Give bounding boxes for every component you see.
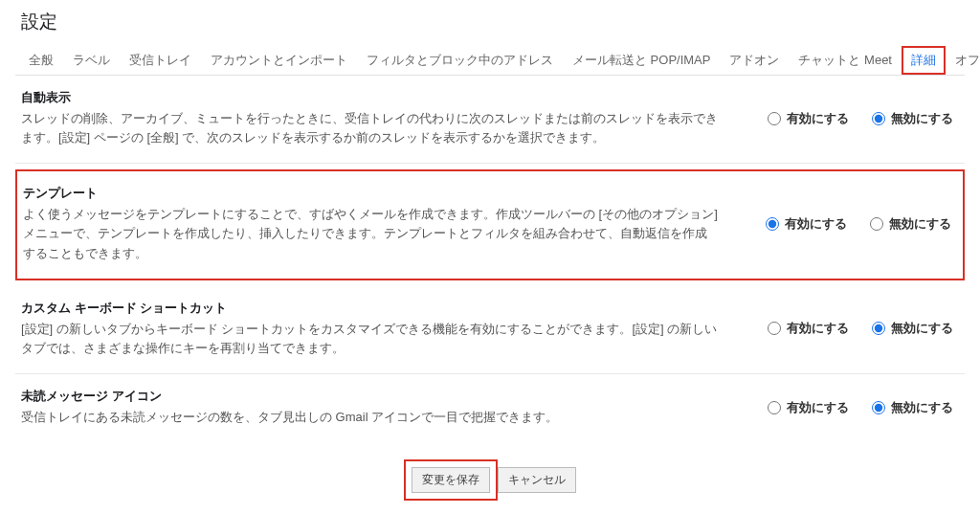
unread-icon-title: 未読メッセージ アイコン xyxy=(21,388,720,405)
settings-tabs: 全般 ラベル 受信トレイ アカウントとインポート フィルタとブロック中のアドレス… xyxy=(15,46,965,76)
save-button[interactable]: 変更を保存 xyxy=(412,467,490,493)
tab-labels[interactable]: ラベル xyxy=(63,46,120,75)
custom-shortcuts-title: カスタム キーボード ショートカット xyxy=(21,300,720,317)
custom-shortcuts-desc: [設定] の新しいタブからキーボード ショートカットをカスタマイズできる機能を有… xyxy=(21,320,720,358)
cancel-button[interactable]: キャンセル xyxy=(498,467,576,493)
custom-shortcuts-disable[interactable]: 無効にする xyxy=(872,320,953,337)
templates-enable-radio[interactable] xyxy=(766,217,779,231)
tab-general[interactable]: 全般 xyxy=(19,46,63,75)
section-custom-shortcuts: カスタム キーボード ショートカット [設定] の新しいタブからキーボード ショ… xyxy=(15,286,965,374)
unread-icon-disable[interactable]: 無効にする xyxy=(872,399,953,416)
enable-label: 有効にする xyxy=(787,320,849,337)
disable-label: 無効にする xyxy=(891,399,953,416)
button-row: 変更を保存 キャンセル xyxy=(15,442,965,514)
templates-title: テンプレート xyxy=(23,185,718,202)
disable-label: 無効にする xyxy=(889,215,951,233)
templates-enable[interactable]: 有効にする xyxy=(766,215,847,233)
auto-advance-disable-radio[interactable] xyxy=(872,112,885,125)
tab-filters[interactable]: フィルタとブロック中のアドレス xyxy=(357,46,563,75)
custom-shortcuts-enable-radio[interactable] xyxy=(768,322,781,335)
tab-advanced[interactable]: 詳細 xyxy=(902,46,946,75)
auto-advance-title: 自動表示 xyxy=(21,89,720,106)
custom-shortcuts-enable[interactable]: 有効にする xyxy=(768,320,849,337)
tab-inbox[interactable]: 受信トレイ xyxy=(120,46,201,75)
auto-advance-enable-radio[interactable] xyxy=(768,112,781,125)
enable-label: 有効にする xyxy=(787,399,849,416)
enable-label: 有効にする xyxy=(787,110,849,127)
tab-chat[interactable]: チャットと Meet xyxy=(789,46,902,75)
save-highlight: 変更を保存 xyxy=(404,459,498,501)
section-auto-advance: 自動表示 スレッドの削除、アーカイブ、ミュートを行ったときに、受信トレイの代わり… xyxy=(15,76,965,164)
enable-label: 有効にする xyxy=(785,215,847,233)
tab-offline[interactable]: オフライン xyxy=(946,46,980,75)
unread-icon-enable[interactable]: 有効にする xyxy=(768,399,849,416)
custom-shortcuts-disable-radio[interactable] xyxy=(872,322,885,335)
unread-icon-disable-radio[interactable] xyxy=(872,401,885,414)
section-unread-icon: 未読メッセージ アイコン 受信トレイにある未読メッセージの数を、タブ見出しの G… xyxy=(15,374,965,442)
unread-icon-enable-radio[interactable] xyxy=(768,401,781,414)
page-title: 設定 xyxy=(15,0,965,46)
templates-desc: よく使うメッセージをテンプレートにすることで、すばやくメールを作成できます。作成… xyxy=(23,205,718,262)
unread-icon-desc: 受信トレイにある未読メッセージの数を、タブ見出しの Gmail アイコンで一目で… xyxy=(21,408,720,427)
tab-forwarding[interactable]: メール転送と POP/IMAP xyxy=(563,46,720,75)
section-templates: テンプレート よく使うメッセージをテンプレートにすることで、すばやくメールを作成… xyxy=(15,169,965,279)
disable-label: 無効にする xyxy=(891,110,953,127)
tab-addons[interactable]: アドオン xyxy=(720,46,789,75)
disable-label: 無効にする xyxy=(891,320,953,337)
tab-accounts[interactable]: アカウントとインポート xyxy=(201,46,357,75)
auto-advance-desc: スレッドの削除、アーカイブ、ミュートを行ったときに、受信トレイの代わりに次のスレ… xyxy=(21,109,720,147)
templates-disable-radio[interactable] xyxy=(870,217,883,231)
auto-advance-enable[interactable]: 有効にする xyxy=(768,110,849,127)
templates-disable[interactable]: 無効にする xyxy=(870,215,951,233)
auto-advance-disable[interactable]: 無効にする xyxy=(872,110,953,127)
